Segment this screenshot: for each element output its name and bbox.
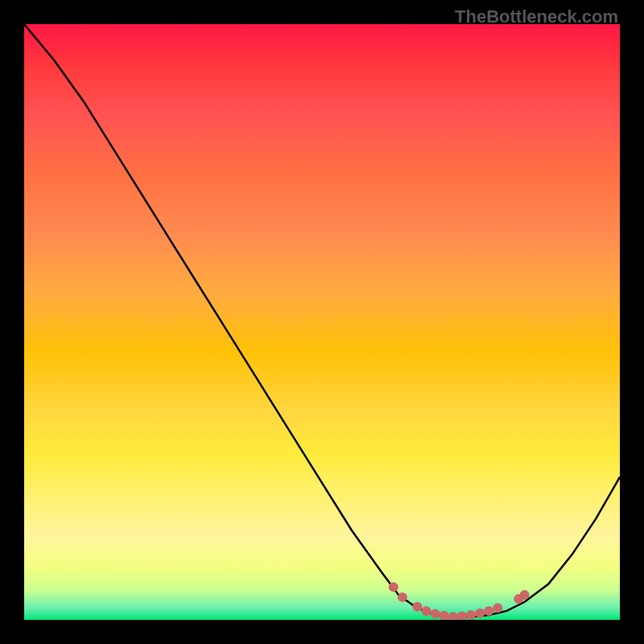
highlight-dot: [389, 582, 398, 592]
highlight-dot: [398, 592, 407, 602]
highlight-dot: [440, 611, 449, 620]
chart-container: TheBottleneck.com: [0, 0, 644, 644]
optimal-range-dots: [24, 24, 620, 620]
highlight-dot: [412, 602, 422, 612]
highlight-dot: [431, 609, 440, 619]
watermark-text: TheBottleneck.com: [455, 6, 618, 27]
highlight-dot: [484, 606, 493, 616]
highlight-dot: [466, 610, 476, 620]
highlight-dot: [493, 603, 502, 613]
highlight-dot: [520, 590, 530, 600]
plot-area: [24, 24, 620, 620]
highlight-dot: [457, 612, 467, 620]
highlight-dot: [422, 606, 431, 616]
highlight-dot: [448, 612, 458, 620]
highlight-dot: [475, 609, 485, 618]
